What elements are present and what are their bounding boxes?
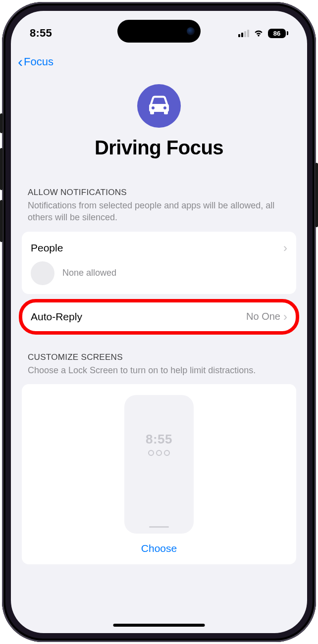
notifications-card: People › None allowed bbox=[22, 232, 296, 294]
battery-icon: 86 bbox=[268, 29, 288, 38]
chevron-left-icon: ‹ bbox=[18, 54, 23, 69]
section-header: CUSTOMIZE SCREENS Choose a Lock Screen t… bbox=[22, 332, 296, 376]
silent-switch bbox=[0, 113, 3, 133]
power-button bbox=[315, 163, 318, 227]
lock-screen-preview[interactable]: 8:55 bbox=[124, 395, 194, 534]
auto-reply-label: Auto-Reply bbox=[31, 311, 246, 323]
auto-reply-card: Auto-Reply No One › bbox=[22, 302, 296, 332]
chevron-right-icon: › bbox=[283, 310, 287, 324]
section-header: ALLOW NOTIFICATIONS Notifications from s… bbox=[22, 159, 296, 224]
battery-level: 86 bbox=[268, 29, 286, 38]
cellular-icon bbox=[238, 29, 249, 37]
lock-screen-dots bbox=[148, 450, 170, 456]
svg-rect-1 bbox=[150, 111, 154, 114]
section-subtitle: Choose a Lock Screen to turn on to help … bbox=[28, 364, 290, 376]
people-row[interactable]: People › bbox=[22, 232, 296, 261]
avatar-placeholder bbox=[31, 261, 54, 285]
lock-screen-time: 8:55 bbox=[146, 432, 172, 447]
customize-screens-section: CUSTOMIZE SCREENS Choose a Lock Screen t… bbox=[11, 332, 307, 564]
status-time: 8:55 bbox=[30, 27, 52, 40]
status-right: 86 bbox=[238, 29, 288, 38]
section-title: ALLOW NOTIFICATIONS bbox=[28, 188, 290, 198]
choose-button[interactable]: Choose bbox=[22, 543, 296, 554]
notifications-section: ALLOW NOTIFICATIONS Notifications from s… bbox=[11, 159, 307, 332]
svg-point-3 bbox=[152, 106, 155, 109]
section-subtitle: Notifications from selected people and a… bbox=[28, 199, 290, 224]
nav-bar: ‹ Focus bbox=[11, 46, 307, 69]
people-label: People bbox=[31, 242, 283, 254]
auto-reply-row[interactable]: Auto-Reply No One › bbox=[22, 302, 296, 332]
people-status-row: None allowed bbox=[22, 261, 296, 294]
back-label: Focus bbox=[24, 55, 53, 68]
front-camera bbox=[187, 27, 195, 35]
screen: 8:55 86 ‹ Focus bbox=[11, 11, 307, 633]
volume-down-button bbox=[0, 200, 3, 242]
volume-up-button bbox=[0, 148, 3, 190]
page-title: Driving Focus bbox=[21, 137, 297, 159]
lock-home-bar bbox=[149, 526, 169, 528]
screens-card: 8:55 Choose bbox=[22, 384, 296, 564]
back-button[interactable]: ‹ Focus bbox=[18, 54, 53, 69]
svg-rect-2 bbox=[164, 111, 168, 114]
auto-reply-value: No One bbox=[246, 311, 280, 322]
page-header: Driving Focus bbox=[11, 69, 307, 159]
home-indicator[interactable] bbox=[113, 624, 205, 627]
section-title: CUSTOMIZE SCREENS bbox=[28, 352, 290, 362]
phone-frame: 8:55 86 ‹ Focus bbox=[2, 2, 316, 642]
chevron-right-icon: › bbox=[283, 241, 287, 255]
wifi-icon bbox=[253, 29, 264, 37]
car-icon bbox=[137, 84, 181, 128]
people-status: None allowed bbox=[62, 268, 116, 278]
dynamic-island bbox=[117, 20, 201, 43]
svg-point-4 bbox=[163, 106, 166, 109]
